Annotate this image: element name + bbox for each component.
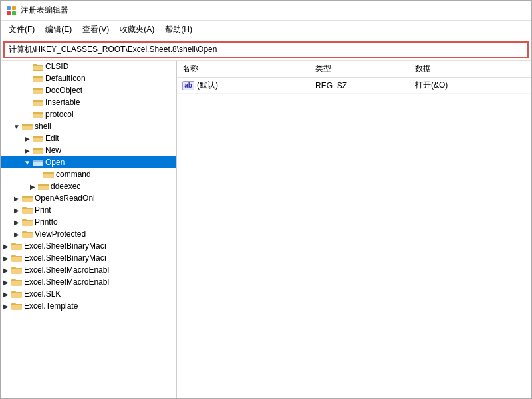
col-header-data: 数据	[415, 63, 526, 74]
menu-favorites[interactable]: 收藏夹(A)	[114, 22, 160, 37]
expander-excelsheetbinary2: ▶	[1, 255, 11, 262]
svg-rect-37	[38, 184, 43, 186]
menu-bar: 文件(F) 编辑(E) 查看(V) 收藏夹(A) 帮助(H)	[1, 21, 531, 39]
folder-icon-shell	[22, 122, 33, 131]
address-input[interactable]: 计算机\HKEY_CLASSES_ROOT\Excel.Sheet.8\shel…	[3, 41, 529, 58]
tree-item-excelsheetmacroenable2[interactable]: ▶ Excel.SheetMacroEnabl	[1, 276, 176, 288]
svg-rect-34	[43, 172, 48, 174]
tree-item-new[interactable]: ▶ New	[1, 144, 176, 156]
tree-label-protocol: protocol	[45, 110, 74, 119]
folder-icon-command	[43, 170, 54, 179]
tree-item-ddeexec[interactable]: ▶ ddeexec	[1, 180, 176, 192]
expander-print: ▶	[11, 207, 22, 214]
detail-row-default[interactable]: ab (默认) REG_SZ 打开(&O)	[177, 78, 531, 94]
tree-label-viewprotected: ViewProtected	[35, 229, 86, 239]
expander-new: ▶	[22, 147, 33, 154]
tree-label-edit: Edit	[45, 134, 59, 143]
tree-item-open[interactable]: ▼ Open	[1, 156, 176, 168]
tree-item-defaulticon[interactable]: DefaultIcon	[1, 72, 176, 84]
expander-viewprotected: ▶	[11, 231, 22, 238]
tree-label-openasreadonly: OpenAsReadOnl	[35, 194, 95, 203]
svg-rect-61	[11, 279, 16, 281]
folder-icon-openasreadonly	[22, 194, 33, 203]
svg-rect-31	[33, 160, 37, 162]
tree-item-docobject[interactable]: DocObject	[1, 84, 176, 96]
svg-rect-43	[22, 207, 27, 209]
tree-label-excelsheetmacroenable2: Excel.SheetMacroEnabl	[24, 277, 109, 287]
folder-icon-protocol	[33, 110, 43, 119]
tree-item-openasreadonly[interactable]: ▶ OpenAsReadOnl	[1, 192, 176, 204]
tree-item-command[interactable]: command	[1, 168, 176, 180]
title-bar-icon	[6, 5, 17, 16]
tree-pane: CLSID DefaultIcon	[1, 61, 177, 398]
detail-cell-data-default: 打开(&O)	[415, 80, 526, 91]
tree-label-exceltemplate: Excel.Template	[24, 301, 78, 311]
menu-file[interactable]: 文件(F)	[3, 22, 40, 37]
tree-item-insertable[interactable]: Insertable	[1, 96, 176, 108]
expander-exceltemplate: ▶	[1, 303, 11, 310]
detail-pane: 名称 类型 数据 ab (默认) REG_SZ 打开(&O)	[177, 61, 531, 398]
detail-header: 名称 类型 数据	[177, 61, 531, 78]
svg-rect-55	[11, 255, 16, 257]
tree-item-excelslk[interactable]: ▶ Excel.SLK	[1, 288, 176, 300]
svg-rect-0	[7, 6, 11, 10]
tree-item-protocol[interactable]: protocol	[1, 108, 176, 120]
col-header-type: 类型	[315, 63, 415, 74]
folder-icon-new	[33, 146, 43, 155]
tree-label-excelsheetbinary1: Excel.SheetBinaryMacı	[24, 241, 106, 251]
svg-rect-7	[33, 65, 43, 66]
folder-icon-excelsheetmacroenable2	[11, 277, 22, 287]
expander-ddeexec: ▶	[27, 183, 38, 190]
detail-cell-type-default: REG_SZ	[315, 81, 415, 90]
tree-label-insertable: Insertable	[45, 98, 80, 107]
folder-icon-excelslk	[11, 289, 22, 299]
svg-rect-67	[11, 303, 16, 305]
title-bar-text: 注册表编辑器	[21, 5, 68, 16]
svg-rect-3	[12, 11, 16, 15]
svg-rect-25	[33, 136, 37, 138]
folder-icon-open	[33, 158, 43, 167]
folder-icon-print	[22, 205, 33, 215]
menu-view[interactable]: 查看(V)	[77, 22, 114, 37]
tree-label-excelsheetbinary2: Excel.SheetBinaryMacı	[24, 253, 106, 263]
tree-item-exceltemplate[interactable]: ▶ Excel.Template	[1, 300, 176, 312]
tree-label-print: Print	[35, 205, 51, 215]
svg-rect-22	[22, 124, 27, 126]
detail-cell-name-default: ab (默认)	[182, 80, 315, 91]
folder-icon-ddeexec	[38, 182, 49, 191]
folder-icon-insertable	[33, 98, 43, 107]
tree-item-viewprotected[interactable]: ▶ ViewProtected	[1, 228, 176, 240]
folder-icon-clsid	[33, 62, 43, 71]
tree-item-printto[interactable]: ▶ Printto	[1, 216, 176, 228]
tree-item-excelsheetmacroenable1[interactable]: ▶ Excel.SheetMacroEnabl	[1, 264, 176, 276]
col-header-name: 名称	[182, 63, 315, 74]
folder-icon-docobject	[33, 86, 43, 95]
menu-edit[interactable]: 编辑(E)	[40, 22, 77, 37]
tree-item-clsid[interactable]: CLSID	[1, 61, 176, 72]
tree-item-edit[interactable]: ▶ Edit	[1, 132, 176, 144]
tree-item-shell[interactable]: ▼ shell	[1, 120, 176, 132]
folder-icon-viewprotected	[22, 229, 33, 239]
svg-rect-64	[11, 291, 16, 293]
svg-rect-28	[33, 148, 37, 150]
tree-item-excelsheetbinary1[interactable]: ▶ Excel.SheetBinaryMacı	[1, 240, 176, 252]
menu-help[interactable]: 帮助(H)	[160, 22, 198, 37]
svg-rect-46	[22, 219, 27, 221]
address-bar: 计算机\HKEY_CLASSES_ROOT\Excel.Sheet.8\shel…	[1, 39, 531, 61]
svg-rect-49	[22, 231, 27, 233]
svg-rect-1	[12, 6, 16, 10]
expander-shell: ▼	[11, 123, 22, 130]
expander-excelsheetbinary1: ▶	[1, 243, 11, 250]
reg-ab-icon: ab	[182, 81, 194, 90]
expander-open: ▼	[22, 159, 33, 166]
expander-excelsheetmacroenable1: ▶	[1, 267, 11, 274]
svg-rect-13	[33, 88, 37, 90]
tree-label-new: New	[45, 146, 61, 155]
svg-rect-10	[33, 76, 37, 78]
tree-item-excelsheetbinary2[interactable]: ▶ Excel.SheetBinaryMacı	[1, 252, 176, 264]
folder-icon-defaulticon	[33, 74, 43, 83]
folder-icon-edit	[33, 134, 43, 143]
svg-rect-19	[33, 112, 37, 114]
tree-label-clsid: CLSID	[45, 62, 68, 71]
tree-item-print[interactable]: ▶ Print	[1, 204, 176, 216]
